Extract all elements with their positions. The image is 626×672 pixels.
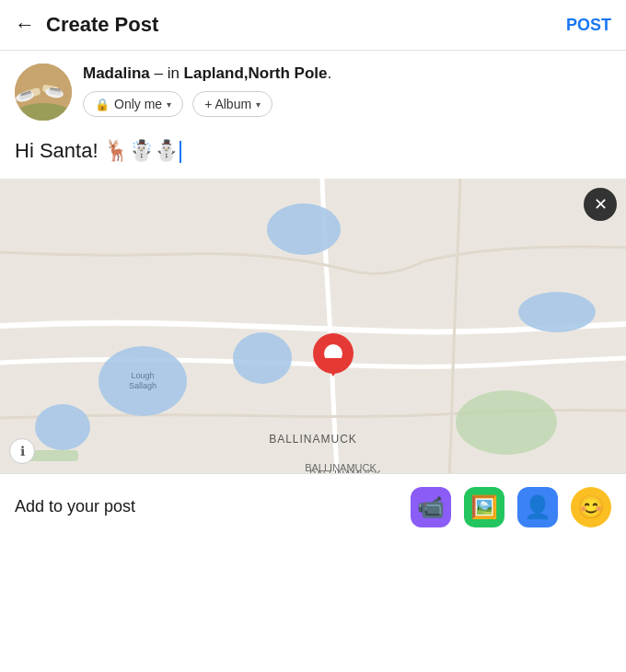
back-button[interactable]: ← <box>15 13 35 37</box>
map-container: BALLINAMUCK BALLINAMUCK Lough Sallagh BA… <box>0 179 626 473</box>
album-chevron-icon: ▾ <box>256 99 261 110</box>
user-info: Madalina – in Lapland,North Pole. 🔒 Only… <box>83 64 331 117</box>
svg-text:Sallagh: Sallagh <box>129 381 156 390</box>
album-label: + Album <box>204 97 251 111</box>
header: ← Create Post POST <box>0 0 626 51</box>
bottom-bar: Add to your post 📹 🖼️ 👤 😊 <box>0 473 626 540</box>
close-icon: ✕ <box>594 194 608 214</box>
emoji-icon: 😊 <box>577 494 605 520</box>
privacy-selector[interactable]: 🔒 Only me ▾ <box>83 91 183 117</box>
controls-row: 🔒 Only me ▾ + Album ▾ <box>83 91 331 117</box>
svg-text:BALLINAMUCK: BALLINAMUCK <box>305 462 377 473</box>
photo-icon: 🖼️ <box>470 494 498 520</box>
username: Madalina <box>83 64 150 82</box>
map-svg: BALLINAMUCK BALLINAMUCK Lough Sallagh <box>0 179 626 473</box>
post-text-area[interactable]: Hi Santa! 🦌☃️⛄ <box>0 128 626 179</box>
post-button[interactable]: POST <box>566 16 611 35</box>
svg-point-15 <box>233 332 292 384</box>
svg-rect-19 <box>28 450 78 461</box>
map-close-button[interactable]: ✕ <box>584 188 617 221</box>
lock-icon: 🔒 <box>95 98 110 111</box>
add-photo-button[interactable]: 🖼️ <box>464 487 504 527</box>
bottom-icons: 📹 🖼️ 👤 😊 <box>411 487 611 527</box>
tag-people-button[interactable]: 👤 <box>517 487 558 527</box>
map-location-label: BALLINAMUCK <box>0 433 626 446</box>
user-row: Madalina – in Lapland,North Pole. 🔒 Only… <box>0 51 626 128</box>
video-icon: 📹 <box>417 494 445 520</box>
add-video-button[interactable]: 📹 <box>411 487 451 527</box>
svg-point-13 <box>267 203 341 255</box>
privacy-chevron-icon: ▾ <box>167 99 171 110</box>
svg-text:Lough: Lough <box>131 371 154 380</box>
avatar <box>15 64 72 121</box>
location-suffix: . <box>327 64 331 82</box>
add-emoji-button[interactable]: 😊 <box>571 487 611 527</box>
text-cursor <box>180 141 181 163</box>
map-info-button[interactable]: ℹ <box>9 438 35 464</box>
user-name-line: Madalina – in Lapland,North Pole. <box>83 64 331 84</box>
privacy-label: Only me <box>114 97 162 111</box>
post-content: Hi Santa! 🦌☃️⛄ <box>15 139 179 162</box>
info-icon: ℹ <box>20 444 25 458</box>
header-left: ← Create Post <box>15 13 158 37</box>
separator: – in <box>150 64 184 82</box>
user-location: Lapland,North Pole <box>184 64 328 82</box>
album-button[interactable]: + Album ▾ <box>192 91 272 117</box>
tag-icon: 👤 <box>524 494 551 520</box>
page-title: Create Post <box>46 13 158 37</box>
add-to-post-label: Add to your post <box>15 497 135 516</box>
svg-point-17 <box>518 292 596 332</box>
